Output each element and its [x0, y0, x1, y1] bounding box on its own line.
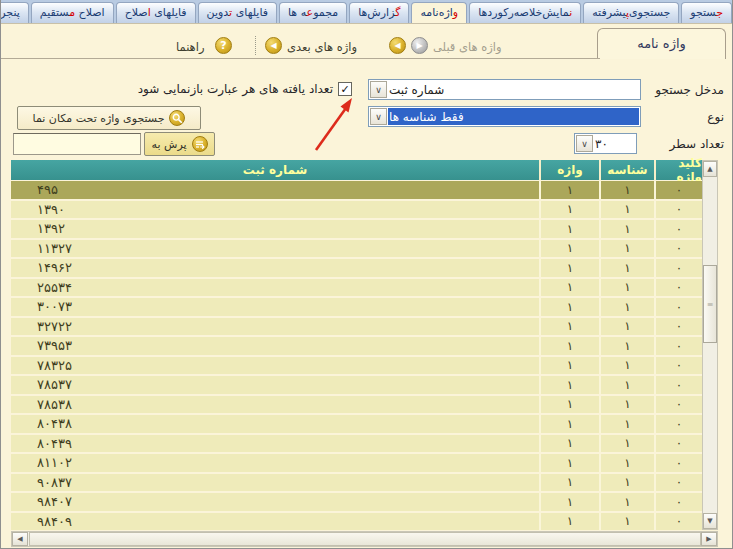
cell-record: ۲۵۵۳۴ — [11, 279, 539, 297]
cell-key: ۰ — [654, 513, 702, 531]
table-row[interactable]: ۰۱۱۸۰۴۳۹ — [11, 435, 702, 453]
tab-global-window[interactable]: پنجره‌س‍‍ر — [1, 2, 29, 23]
chevron-down-icon[interactable]: ∨ — [370, 108, 387, 125]
scroll-up-icon[interactable]: ▲ — [703, 161, 717, 177]
table-row[interactable]: ۰۱۱۱۳۹۲ — [11, 220, 702, 238]
prev-words-gold-icon[interactable]: ◀ — [389, 37, 406, 54]
cell-key: ۰ — [654, 454, 702, 472]
show-hit-counts-checkbox[interactable]: ✓ — [338, 82, 352, 96]
cell-record: ۳۰۰۷۳ — [11, 298, 539, 316]
table-row[interactable]: ۰۱۱۷۳۹۵۳ — [11, 337, 702, 355]
tab-glossary[interactable]: واژه‌نامه — [411, 2, 467, 23]
row-count-value: ۳۰ — [595, 134, 632, 153]
help-icon[interactable]: ? — [215, 37, 232, 54]
scroll-down-icon[interactable]: ▼ — [703, 513, 717, 529]
horizontal-scrollbar-thumb[interactable] — [29, 532, 701, 546]
cell-word: ۱ — [539, 220, 599, 238]
scroll-left-icon[interactable]: ◀ — [12, 532, 28, 546]
help-link[interactable]: راهنما — [176, 40, 204, 54]
cell-word: ۱ — [539, 493, 599, 511]
next-words-link[interactable]: واژه های بعدی — [287, 40, 357, 54]
table-row[interactable]: ۰۱۱۹۸۴۰۷ — [11, 493, 702, 511]
table-row[interactable]: ۰۱۱۳۲۷۲۲ — [11, 318, 702, 336]
horizontal-scrollbar[interactable]: ◀ ▶ — [11, 531, 718, 547]
cell-word: ۱ — [539, 474, 599, 492]
tab-correction-files[interactable]: فایلهای اصلاح — [116, 2, 196, 23]
cell-word: ۱ — [539, 513, 599, 531]
cell-key: ۰ — [654, 337, 702, 355]
scroll-right-icon[interactable]: ▶ — [701, 532, 717, 546]
cell-id: ۱ — [599, 454, 654, 472]
jump-to-button[interactable]: پرش به — [144, 132, 215, 156]
cell-id: ۱ — [599, 298, 654, 316]
type-value: فقط شناسه ها — [389, 107, 636, 126]
prev-words-link[interactable]: واژه های قبلی — [433, 40, 502, 54]
cell-key: ۰ — [654, 240, 702, 258]
show-hit-counts-label: تعداد یافته های هر عبارت بازنمایی شود — [138, 82, 333, 96]
column-header-word[interactable]: واژه — [539, 160, 599, 180]
cell-key: ۰ — [654, 201, 702, 219]
table-row[interactable]: ۰۱۱۷۸۳۲۵ — [11, 357, 702, 375]
chevron-down-icon[interactable]: ∨ — [370, 81, 387, 98]
cell-id: ۱ — [599, 396, 654, 414]
tab-strip-divider — [1, 58, 600, 59]
cell-record: ۹۸۴۰۷ — [11, 493, 539, 511]
cell-word: ۱ — [539, 318, 599, 336]
tab-reports[interactable]: گ‍‍زارش‌ها — [349, 2, 409, 23]
tab-direct-correction[interactable]: اصلاح م‍‍ستقیم — [31, 2, 114, 23]
cell-record: ۸۰۴۳۹ — [11, 435, 539, 453]
table-row[interactable]: ۰۱۱۱۳۹۰ — [11, 201, 702, 219]
jump-to-label: پرش به — [152, 138, 187, 151]
cell-id: ۱ — [599, 376, 654, 394]
cell-word: ۱ — [539, 259, 599, 277]
nav-separator — [255, 36, 256, 55]
column-header-keyword[interactable]: کلید واژه — [654, 160, 702, 180]
tab-edit-files[interactable]: فایلهای ت‍‍دوین — [198, 2, 277, 23]
tab-advanced-search[interactable]: جستجوی‌پ‍‍یشرفته — [583, 2, 679, 23]
cell-word: ۱ — [539, 201, 599, 219]
cell-record: ۸۱۱۰۲ — [11, 454, 539, 472]
vertical-scrollbar[interactable]: ▲ ≡ ▼ — [702, 160, 718, 530]
cell-key: ۰ — [654, 415, 702, 433]
cell-id: ۱ — [599, 513, 654, 531]
table-row[interactable]: ۰۱۱۷۸۵۳۸ — [11, 396, 702, 414]
cell-key: ۰ — [654, 376, 702, 394]
row-count-label: تعداد سطر — [670, 137, 724, 151]
tab-collections[interactable]: مجموع‍‍ه ها — [279, 2, 347, 23]
tab-glossary-page[interactable]: واژه نامه — [597, 28, 726, 59]
tab-search[interactable]: ج‍‍ستجو — [681, 2, 732, 23]
vertical-scrollbar-thumb[interactable]: ≡ — [703, 265, 717, 343]
table-row[interactable]: ۰۱۱۲۵۵۳۴ — [11, 279, 702, 297]
cell-id: ۱ — [599, 435, 654, 453]
jump-to-input[interactable] — [13, 133, 141, 155]
cell-id: ۱ — [599, 493, 654, 511]
cell-word: ۱ — [539, 435, 599, 453]
type-combobox[interactable]: فقط شناسه ها ∨ — [368, 106, 641, 127]
column-header-record-number[interactable]: شماره ثبت — [11, 160, 539, 180]
cell-id: ۱ — [599, 337, 654, 355]
table-row[interactable]: ۰۱۱۱۴۹۶۲ — [11, 259, 702, 277]
search-word-under-cursor-button[interactable]: جستجوی واژه تحت مکان نما — [17, 106, 201, 130]
table-row[interactable]: ۰۱۱۷۸۵۳۷ — [11, 376, 702, 394]
search-entry-combobox[interactable]: شماره ثبت ∨ — [368, 79, 641, 100]
table-row[interactable]: ۰۱۱۳۰۰۷۳ — [11, 298, 702, 316]
cell-id: ۱ — [599, 240, 654, 258]
row-count-combobox[interactable]: ۳۰ ∨ — [574, 133, 637, 154]
table-row[interactable]: ۰۱۱۸۰۴۳۸ — [11, 415, 702, 433]
next-words-icon[interactable]: ◀ — [265, 37, 282, 54]
prev-words-icon[interactable]: ▶ — [411, 37, 428, 54]
table-row[interactable]: ۰۱۱۸۱۱۰۲ — [11, 454, 702, 472]
table-row[interactable]: ۰۱۱۴۹۵ — [11, 181, 702, 199]
cell-record: ۹۰۸۳۷ — [11, 474, 539, 492]
cell-key: ۰ — [654, 259, 702, 277]
cell-word: ۱ — [539, 454, 599, 472]
cell-key: ۰ — [654, 493, 702, 511]
column-header-identifier[interactable]: شناسه — [599, 160, 654, 180]
cell-record: ۷۸۳۲۵ — [11, 357, 539, 375]
tab-records-summary[interactable]: ن‍‍مایش‌خلاصه‌رکوردها — [469, 2, 581, 23]
cell-record: ۷۸۵۳۸ — [11, 396, 539, 414]
table-row[interactable]: ۰۱۱۹۰۸۳۷ — [11, 474, 702, 492]
chevron-down-icon[interactable]: ∨ — [576, 135, 593, 152]
table-row[interactable]: ۰۱۱۹۸۴۰۹ — [11, 513, 702, 531]
table-row[interactable]: ۰۱۱۱۱۳۲۷ — [11, 240, 702, 258]
